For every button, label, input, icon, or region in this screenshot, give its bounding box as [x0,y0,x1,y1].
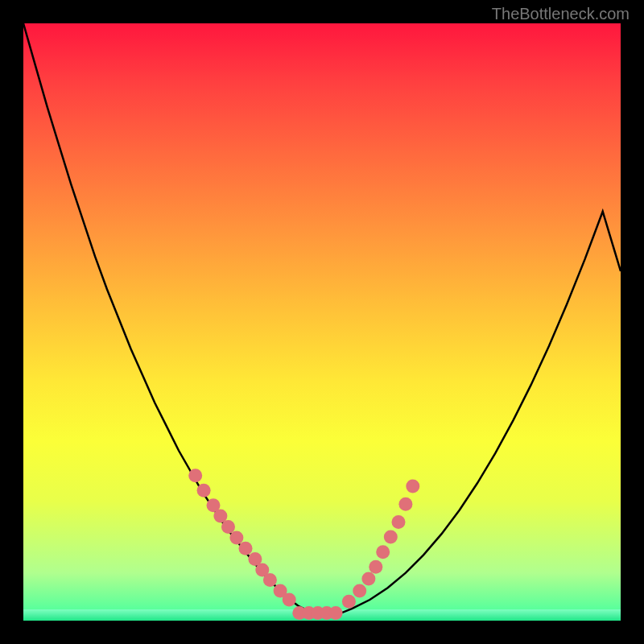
data-point [406,480,419,493]
data-point [239,542,253,555]
data-point [221,520,235,534]
data-point [376,545,390,559]
data-points-group [188,469,419,620]
data-point [369,560,382,574]
chart-svg-layer [23,23,621,621]
data-point [188,469,202,482]
data-point [353,584,366,597]
data-point [342,595,356,609]
data-point [398,497,412,511]
data-point [392,515,406,529]
data-point [384,530,398,544]
data-point [197,484,211,497]
chart-plot-area [23,23,621,621]
data-point [329,606,343,620]
data-point [263,573,277,587]
data-point [229,530,243,544]
bottleneck-curve [23,23,621,615]
watermark-text: TheBottleneck.com [492,5,630,23]
data-point [361,572,375,586]
data-point [283,593,296,607]
